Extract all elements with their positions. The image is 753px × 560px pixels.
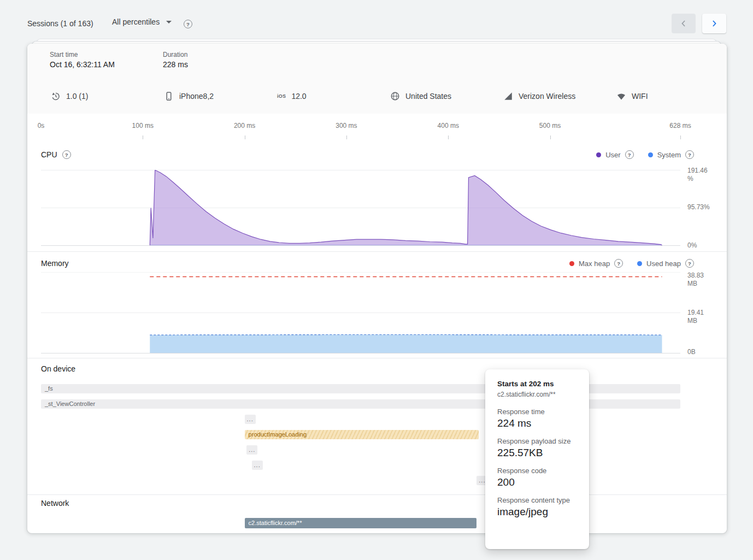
memory-axis-baseline xyxy=(41,353,680,353)
percentiles-dropdown[interactable]: All percentiles xyxy=(112,17,172,26)
radio-item: WIFI xyxy=(616,78,648,114)
help-icon[interactable]: ? xyxy=(685,259,694,268)
on-device-title-text: On device xyxy=(41,364,75,373)
device-model-label: iPhone8,2 xyxy=(179,92,214,101)
tooltip-field-label: Response time xyxy=(497,408,577,416)
timeline-tick-label: 0s xyxy=(38,122,45,129)
help-icon[interactable]: ? xyxy=(62,150,71,159)
memory-axis-max-label: 38.83MB xyxy=(687,272,704,288)
network-request-bar[interactable]: c2.staticflickr.com/** xyxy=(245,518,477,528)
used-heap-series-label: Used heap xyxy=(646,260,681,268)
cpu-section-title: CPU ? xyxy=(41,150,71,159)
help-icon[interactable]: ? xyxy=(625,150,634,159)
tooltip-field-value: image/jpeg xyxy=(497,506,577,518)
session-summary-row: Start time Oct 16, 6:32:11 AM Duration 2… xyxy=(27,44,727,79)
used-heap-series-dot xyxy=(637,261,642,266)
user-series-label: User xyxy=(605,151,620,159)
collapsed-trace-chip[interactable]: ... xyxy=(246,445,257,455)
network-title-text: Network xyxy=(41,499,69,508)
system-series-label: System xyxy=(657,151,681,159)
country-label: United States xyxy=(405,92,451,101)
app-version-item: 1.0 (1) xyxy=(51,78,88,114)
cpu-axis-mid-label: 95.73% xyxy=(687,203,710,211)
tooltip-start-time: Starts at 202 ms xyxy=(497,380,577,388)
device-info-row: 1.0 (1) iPhone8,2 iOS 12.0 United S xyxy=(27,78,727,114)
user-series-dot xyxy=(596,152,601,157)
network-section-title: Network xyxy=(41,499,69,508)
next-session-button[interactable] xyxy=(702,14,726,33)
memory-section-title: Memory xyxy=(41,259,69,268)
cpu-usage-chart[interactable] xyxy=(41,170,680,245)
tooltip-field-label: Response code xyxy=(497,467,577,475)
help-icon[interactable]: ? xyxy=(184,20,192,28)
app-version-history-icon xyxy=(51,91,61,101)
trace-bar[interactable]: productImageLoading xyxy=(245,430,479,439)
duration-value: 228 ms xyxy=(163,60,188,69)
tooltip-request-url: c2.staticflickr.com/** xyxy=(497,391,577,398)
session-card: Start time Oct 16, 6:32:11 AM Duration 2… xyxy=(27,44,727,533)
cpu-axis-zero-label: 0% xyxy=(687,241,697,250)
cpu-section: CPU ? User ? System ? 191.46% 95.73% 0% xyxy=(27,139,727,251)
timeline-tick-label: 500 ms xyxy=(539,122,561,129)
timeline-tick-label: 400 ms xyxy=(438,122,459,129)
network-section: Network c2.staticflickr.com/** xyxy=(27,494,727,533)
os-version-item: iOS 12.0 xyxy=(277,78,307,114)
os-version-label: 12.0 xyxy=(291,92,306,101)
max-heap-series-label: Max heap xyxy=(579,260,610,268)
collapsed-trace-chip[interactable]: ... xyxy=(245,415,256,424)
memory-legend: Max heap ? Used heap ? xyxy=(569,259,694,268)
radio-label: WIFI xyxy=(632,92,648,101)
start-time-value: Oct 16, 6:32:11 AM xyxy=(50,60,115,69)
country-item: United States xyxy=(390,78,451,114)
collapsed-trace-chip[interactable]: ... xyxy=(252,461,263,470)
tooltip-field-value: 200 xyxy=(497,476,577,488)
cpu-title-text: CPU xyxy=(41,150,57,159)
chevron-right-icon xyxy=(709,18,720,29)
memory-title-text: Memory xyxy=(41,259,69,268)
duration-label: Duration xyxy=(163,51,187,58)
timeline-tick-label: 300 ms xyxy=(336,122,357,129)
on-device-section: On device _fs_st_ViewController...produc… xyxy=(27,358,727,495)
help-icon[interactable]: ? xyxy=(614,259,623,268)
cpu-legend: User ? System ? xyxy=(596,150,694,159)
percentiles-dropdown-value: All percentiles xyxy=(112,17,160,26)
tooltip-field-value: 224 ms xyxy=(497,417,577,429)
sessions-count-label: Sessions (1 of 163) xyxy=(27,19,93,28)
help-icon[interactable]: ? xyxy=(685,150,694,159)
wifi-icon xyxy=(616,91,626,101)
tooltip-field-label: Response content type xyxy=(497,496,577,504)
timeline-tick-label: 100 ms xyxy=(132,122,154,129)
cpu-axis-max-label: 191.46% xyxy=(687,167,708,183)
start-time-label: Start time xyxy=(50,51,78,58)
memory-section: Memory Max heap ? Used heap ? 38.83MB 19… xyxy=(27,251,727,358)
network-request-tooltip: Starts at 202 ms c2.staticflickr.com/** … xyxy=(485,369,589,549)
system-series-dot xyxy=(648,152,653,157)
timeline-tick-label: 628 ms xyxy=(669,122,691,129)
app-version-label: 1.0 (1) xyxy=(66,92,88,101)
ios-icon: iOS xyxy=(277,93,286,99)
signal-icon xyxy=(503,91,513,101)
chevron-left-icon xyxy=(678,18,689,29)
timeline-tick-label: 200 ms xyxy=(234,122,255,129)
carrier-item: Verizon Wireless xyxy=(503,78,575,114)
memory-axis-zero-label: 0B xyxy=(687,348,696,356)
globe-icon xyxy=(390,91,400,101)
tooltip-field-value: 225.57KB xyxy=(497,447,577,459)
timeline-ruler: 0s100 ms200 ms300 ms400 ms500 ms628 ms xyxy=(27,114,727,140)
phone-icon xyxy=(164,91,174,101)
carrier-label: Verizon Wireless xyxy=(519,92,575,101)
toolbar: Sessions (1 of 163) All percentiles ? xyxy=(0,0,753,39)
previous-session-button[interactable] xyxy=(672,14,696,33)
chevron-down-icon xyxy=(166,21,172,23)
cpu-axis-baseline xyxy=(41,245,680,246)
memory-axis-mid-label: 19.41MB xyxy=(687,309,704,325)
on-device-section-title: On device xyxy=(41,364,75,373)
tooltip-field-label: Response payload size xyxy=(497,437,577,445)
max-heap-series-dot xyxy=(569,261,574,266)
device-model-item: iPhone8,2 xyxy=(164,78,214,114)
performance-session-page: Sessions (1 of 163) All percentiles ? St… xyxy=(0,0,753,560)
memory-heap-chart[interactable] xyxy=(41,272,680,353)
